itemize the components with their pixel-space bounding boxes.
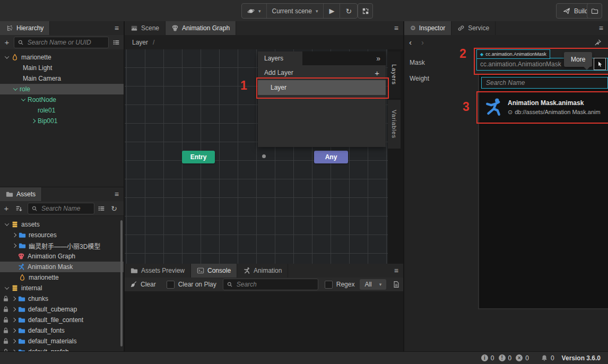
chevron-right-icon[interactable] (12, 339, 16, 343)
asset-item-default-fonts[interactable]: default_fonts (0, 325, 124, 336)
tab-label: Console (207, 267, 231, 274)
panel-menu-icon[interactable]: ≡ (110, 190, 124, 198)
tree-item-rootnode[interactable]: RootNode (0, 94, 124, 105)
info-count[interactable]: i 0 (481, 354, 494, 362)
assets-scrollbar[interactable] (120, 220, 123, 346)
version-label: Version 3.6.0 (562, 354, 601, 362)
asset-item-animation-graph[interactable]: Animation Graph (0, 251, 124, 262)
chevron-right-icon[interactable] (12, 307, 16, 311)
sort-assets-button[interactable] (13, 205, 25, 212)
history-forward-button[interactable]: › (416, 38, 429, 47)
asset-item-chunks[interactable]: chunks (0, 293, 124, 304)
asset-item-default-materials[interactable]: default_materials (0, 336, 124, 346)
refresh-scene-button[interactable]: ↻ (340, 4, 357, 18)
asset-item-resources[interactable]: resources (0, 230, 124, 240)
clear-console-button[interactable] (130, 281, 137, 288)
chevron-right-icon[interactable] (12, 233, 16, 237)
tab-service[interactable]: Service (451, 21, 496, 35)
panel-menu-icon[interactable]: ≡ (389, 24, 403, 32)
refresh-icon: ↻ (345, 7, 352, 15)
preview-platform-select[interactable]: ▾ (242, 4, 267, 18)
warning-count[interactable]: ! 0 (499, 354, 512, 362)
refresh-assets-button[interactable]: ↻ (108, 204, 120, 213)
assets-search-input[interactable] (40, 204, 91, 213)
console-search-input[interactable] (236, 280, 315, 289)
asset-item-default-cubemap[interactable]: default_cubemap (0, 304, 124, 315)
create-node-button[interactable]: + (0, 38, 14, 47)
chevron-right-icon[interactable] (12, 328, 16, 333)
tree-item-role[interactable]: role (0, 84, 124, 94)
graph-canvas[interactable]: Entry Any Layers » Add Layer + (125, 49, 403, 264)
panel-menu-icon[interactable]: ≡ (110, 24, 124, 32)
tab-hierarchy[interactable]: Hierarchy (0, 21, 50, 35)
chevron-down-icon[interactable] (5, 54, 9, 58)
hierarchy-search-input[interactable] (27, 38, 106, 47)
graph-connector-dot[interactable] (262, 154, 266, 158)
chevron-right-icon[interactable] (12, 318, 16, 322)
asset-item-path: db://assets/Animation Mask.anim (515, 109, 600, 115)
chevron-right-icon[interactable] (31, 119, 36, 123)
breadcrumb-layer[interactable]: Layer (132, 39, 148, 46)
scene-select[interactable]: Current scene ▾ (267, 4, 324, 18)
add-layer-row[interactable]: Add Layer + (258, 65, 386, 80)
asset-item-assets[interactable]: assets (0, 219, 124, 230)
clear-on-play-checkbox[interactable] (167, 281, 175, 289)
console-output[interactable] (125, 291, 403, 351)
graph-node-any[interactable]: Any (314, 151, 348, 163)
tab-assets-preview[interactable]: Assets Preview (125, 264, 191, 278)
side-tab-layers[interactable]: Layers (388, 51, 401, 98)
clear-label[interactable]: Clear (141, 281, 156, 288)
tab-animation-graph[interactable]: Animation Graph (166, 21, 236, 35)
asset-item-internal[interactable]: internal (0, 283, 124, 293)
open-project-folder-button[interactable] (587, 3, 602, 19)
history-back-button[interactable]: ‹ (404, 38, 416, 47)
folder-icon (19, 231, 26, 239)
tab-console[interactable]: Console (191, 264, 237, 278)
tab-label: Scene (141, 24, 159, 32)
asset-item-default-file-content[interactable]: default_file_content (0, 315, 124, 325)
panel-menu-icon[interactable]: ≡ (389, 266, 403, 275)
tab-inspector[interactable]: ⚙ Inspector (404, 21, 451, 35)
hierarchy-search-box (14, 37, 109, 48)
regex-checkbox[interactable] (325, 281, 333, 289)
chevron-down-icon[interactable] (13, 86, 18, 90)
tab-scene[interactable]: Scene (125, 21, 166, 35)
tab-animation[interactable]: Animation (237, 264, 288, 278)
chevron-down-icon[interactable] (21, 97, 25, 101)
tree-item-bip001[interactable]: Bip001 (0, 116, 124, 126)
tree-item-main-camera[interactable]: Main Camera (0, 73, 124, 84)
log-file-button[interactable] (393, 281, 400, 288)
popup-title: Layers (264, 55, 283, 62)
drag-asset-tooltip: ◆ cc.animation.AnimationMask (476, 49, 550, 59)
collapse-icon[interactable]: » (376, 54, 386, 63)
asset-item-animation-mask[interactable]: Animation Mask (0, 262, 124, 272)
play-button[interactable]: ▶ (324, 4, 340, 18)
filter-list-icon[interactable] (94, 205, 108, 212)
create-asset-button[interactable]: + (0, 204, 13, 213)
tree-item-role01[interactable]: role01 (0, 105, 124, 116)
asset-item-marionette[interactable]: marionette (0, 272, 124, 283)
chevron-right-icon[interactable] (12, 244, 16, 248)
more-button[interactable]: More (564, 52, 592, 67)
chevron-right-icon[interactable] (12, 297, 16, 301)
filter-list-icon[interactable] (109, 39, 124, 46)
layers-popup-tab[interactable]: Layers (258, 51, 302, 65)
tab-assets[interactable]: Assets (0, 187, 42, 201)
asset-item-ghost-model[interactable]: 幽灵射手——小丽3D模型 (0, 240, 124, 251)
plus-icon[interactable]: + (375, 68, 379, 77)
tree-item-main-light[interactable]: Main Light (0, 63, 124, 73)
layer-item[interactable]: Layer (258, 80, 386, 95)
side-tab-variables[interactable]: Variables (388, 100, 401, 149)
tree-item-marionette[interactable]: marionette (0, 52, 124, 63)
panel-menu-icon[interactable]: ≡ (594, 24, 608, 32)
chevron-down-icon[interactable] (5, 221, 9, 226)
asset-picker-item[interactable]: Animation Mask.animask ⊙ db://assets/Ani… (479, 92, 608, 122)
pin-icon[interactable] (594, 39, 602, 46)
error-count[interactable]: × 0 (516, 354, 529, 362)
chevron-down-icon[interactable] (5, 285, 9, 289)
asset-search-input[interactable] (485, 79, 604, 87)
graph-node-entry[interactable]: Entry (182, 151, 215, 163)
notification-count[interactable]: 0 (541, 354, 554, 362)
preview-qr-button[interactable] (358, 3, 373, 19)
log-level-select[interactable]: All ▾ (360, 279, 386, 290)
